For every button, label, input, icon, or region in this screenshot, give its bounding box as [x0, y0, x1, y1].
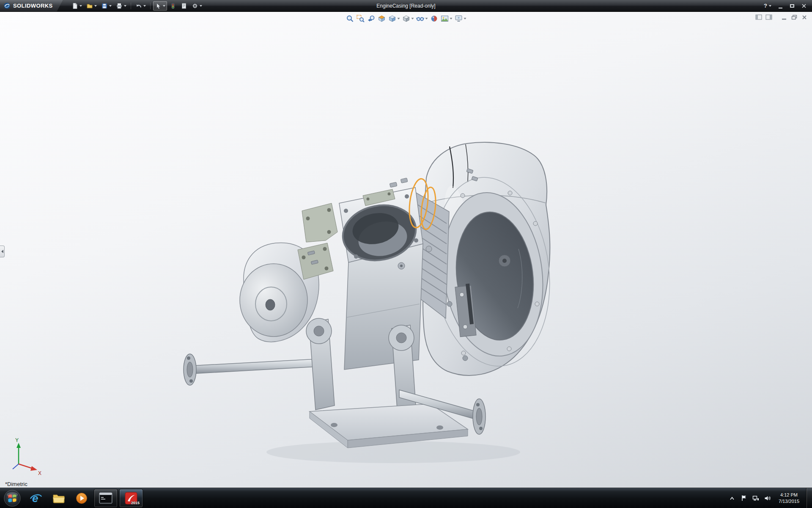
chevron-down-icon — [109, 5, 112, 7]
document-window-controls — [754, 14, 809, 21]
zoom-to-area-button[interactable] — [356, 14, 365, 23]
titlebar: SOLIDWORKS — [0, 0, 812, 12]
show-desktop-button[interactable] — [806, 488, 812, 508]
svg-text:e: e — [32, 492, 38, 505]
start-button[interactable] — [3, 489, 22, 508]
zoom-to-area-icon — [357, 14, 365, 23]
y-axis-arrowhead — [16, 443, 21, 448]
help-button[interactable]: ? — [761, 3, 774, 9]
display-style-button[interactable] — [402, 14, 414, 23]
panel-collapse-tab[interactable] — [0, 246, 5, 257]
doc-restore-icon — [791, 14, 797, 20]
close-button[interactable] — [798, 2, 809, 10]
graphics-area[interactable]: Y X *Dimetric — [0, 12, 812, 488]
new-button[interactable] — [70, 1, 84, 11]
appearance-ball-icon — [430, 14, 439, 23]
media-player-icon — [75, 491, 88, 505]
reference-triad[interactable]: Y X — [7, 438, 45, 476]
windows-start-icon — [3, 489, 21, 507]
maximize-icon — [790, 4, 794, 8]
save-button[interactable] — [99, 1, 113, 11]
chevron-up-icon — [729, 496, 735, 501]
minimize-button[interactable] — [775, 2, 786, 10]
z-axis-arrow[interactable] — [13, 464, 19, 469]
taskbar-clock[interactable]: 4:12 PM 7/13/2015 — [775, 488, 803, 508]
help-glyph: ? — [764, 3, 767, 9]
action-center-button[interactable] — [740, 493, 748, 504]
undo-button[interactable] — [134, 1, 148, 11]
3ds-logo-icon — [3, 2, 11, 9]
save-icon — [101, 3, 108, 9]
chevron-down-icon — [450, 18, 453, 19]
open-folder-icon — [86, 3, 93, 9]
doc-minimize-icon — [781, 14, 787, 20]
open-button[interactable] — [85, 1, 99, 11]
volume-button[interactable] — [763, 493, 772, 504]
print-button[interactable] — [114, 1, 128, 11]
folder-icon — [52, 492, 66, 505]
edit-appearance-button[interactable] — [430, 14, 439, 23]
doc-close-button[interactable] — [800, 14, 809, 21]
file-properties-button[interactable] — [179, 1, 189, 11]
hidden-icons-button[interactable] — [728, 493, 736, 504]
chevron-down-icon — [769, 5, 771, 7]
taskbar: e — [0, 488, 812, 508]
action-center-flag-icon — [741, 495, 747, 501]
undo-icon — [135, 3, 142, 9]
taskbar-item-solidworks-2015[interactable]: 2015 — [119, 489, 143, 508]
view-orientation-cube-icon — [388, 14, 397, 23]
taskbar-item-internet-explorer[interactable]: e — [25, 489, 47, 508]
select-button[interactable] — [153, 1, 167, 11]
display-style-icon — [402, 14, 411, 23]
maximize-button[interactable] — [787, 2, 798, 10]
doc-minimize-button[interactable] — [780, 14, 788, 21]
rebuild-button[interactable] — [168, 1, 178, 11]
section-view-icon — [378, 14, 386, 23]
x-axis-arrowhead — [30, 466, 37, 471]
options-button[interactable] — [190, 1, 204, 11]
previous-view-button[interactable] — [367, 14, 376, 23]
pane-right-icon — [765, 14, 772, 20]
solidworks-logo: SOLIDWORKS — [0, 0, 63, 11]
toolbar-separator — [150, 3, 151, 9]
hide-show-items-button[interactable] — [416, 14, 428, 23]
speaker-icon — [764, 495, 771, 501]
print-icon — [116, 3, 123, 9]
chevron-down-icon — [464, 18, 466, 19]
chevron-down-icon — [143, 5, 146, 7]
section-view-button[interactable] — [377, 14, 387, 23]
taskbar-item-media-player[interactable] — [71, 489, 92, 508]
pane-split-button[interactable] — [765, 14, 773, 21]
previous-view-icon — [367, 14, 376, 23]
brand-name: SOLIDWORKS — [13, 3, 53, 9]
chevron-down-icon — [94, 5, 97, 7]
taskbar-item-command-prompt[interactable] — [94, 489, 118, 508]
network-button[interactable] — [752, 493, 760, 504]
chevron-down-icon — [163, 5, 165, 7]
pane-layout-button[interactable] — [754, 14, 763, 21]
solidworks-version-badge: 2015 — [131, 501, 140, 505]
doc-restore-button[interactable] — [790, 14, 798, 21]
chevron-down-icon — [80, 5, 82, 7]
solidworks-window: SOLIDWORKS — [0, 0, 812, 508]
doc-close-icon — [801, 14, 807, 20]
chevron-down-icon — [411, 18, 414, 19]
clock-time: 4:12 PM — [780, 492, 798, 498]
engine-casing-model[interactable] — [0, 12, 812, 488]
intake-gaskets — [298, 203, 337, 279]
standard-toolbar — [70, 1, 204, 11]
x-axis-arrow[interactable] — [19, 464, 33, 469]
internet-explorer-icon: e — [29, 491, 43, 505]
zoom-to-fit-button[interactable] — [346, 14, 355, 23]
minimize-icon — [779, 8, 782, 8]
apply-scene-button[interactable] — [440, 14, 453, 23]
network-icon — [752, 495, 759, 501]
view-orientation-button[interactable] — [388, 14, 401, 23]
glasses-icon — [416, 14, 425, 23]
taskbar-item-windows-explorer[interactable] — [48, 489, 69, 508]
window-controls: ? — [761, 2, 812, 10]
select-cursor-icon — [155, 3, 162, 9]
left-mount-shaft — [184, 354, 317, 385]
triad-y-label: Y — [15, 438, 19, 443]
view-settings-button[interactable] — [454, 14, 467, 23]
